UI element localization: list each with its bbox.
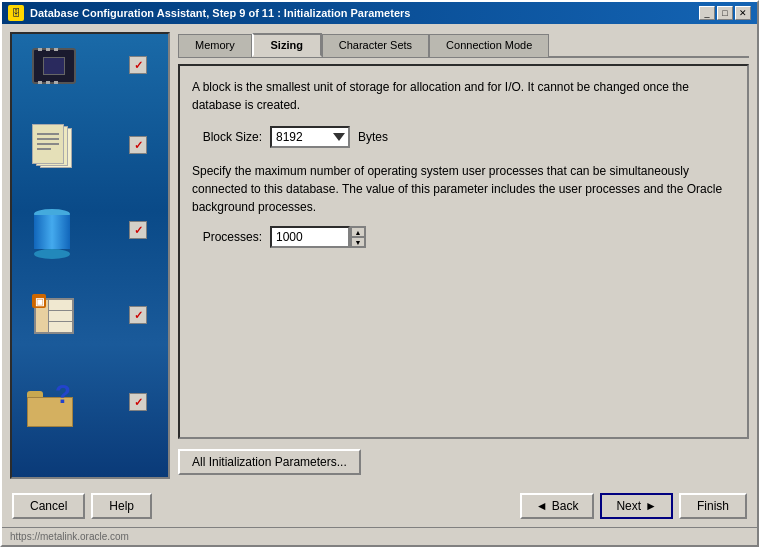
tabs-container: Memory Sizing Character Sets Connection … bbox=[178, 32, 749, 58]
back-arrow: ◄ bbox=[536, 499, 548, 513]
footer-right: ◄ Back Next ► Finish bbox=[520, 493, 747, 519]
status-bar: https://metalink.oracle.com bbox=[2, 527, 757, 545]
block-size-select[interactable]: 8192 4096 16384 32768 bbox=[270, 126, 350, 148]
processes-row: Processes: ▲ ▼ bbox=[192, 226, 735, 248]
back-button[interactable]: ◄ Back bbox=[520, 493, 595, 519]
check-4: ✓ bbox=[129, 306, 147, 324]
maximize-button[interactable]: □ bbox=[717, 6, 733, 20]
tab-sizing[interactable]: Sizing bbox=[252, 33, 322, 57]
next-arrow: ► bbox=[645, 499, 657, 513]
processes-spinner: ▲ ▼ bbox=[270, 226, 366, 248]
footer-left: Cancel Help bbox=[12, 493, 152, 519]
next-label: Next bbox=[616, 499, 641, 513]
window-title: Database Configuration Assistant, Step 9… bbox=[30, 7, 410, 19]
bytes-label: Bytes bbox=[358, 130, 388, 144]
spinner-buttons: ▲ ▼ bbox=[350, 226, 366, 248]
finish-button[interactable]: Finish bbox=[679, 493, 747, 519]
spinner-down[interactable]: ▼ bbox=[351, 237, 365, 247]
title-buttons: _ □ ✕ bbox=[699, 6, 751, 20]
content-area: ✓ ✓ bbox=[2, 24, 757, 487]
sidebar-item-2: ✓ bbox=[22, 124, 162, 184]
left-sidebar: ✓ ✓ bbox=[10, 32, 170, 479]
back-label: Back bbox=[552, 499, 579, 513]
title-bar-left: 🗄 Database Configuration Assistant, Step… bbox=[8, 5, 410, 21]
check-3: ✓ bbox=[129, 221, 147, 239]
main-window: 🗄 Database Configuration Assistant, Step… bbox=[0, 0, 759, 547]
main-content-area: A block is the smallest unit of storage … bbox=[178, 64, 749, 439]
spinner-up[interactable]: ▲ bbox=[351, 227, 365, 237]
minimize-button[interactable]: _ bbox=[699, 6, 715, 20]
right-panel: Memory Sizing Character Sets Connection … bbox=[178, 32, 749, 479]
close-button[interactable]: ✕ bbox=[735, 6, 751, 20]
all-init-params-button[interactable]: All Initialization Parameters... bbox=[178, 449, 361, 475]
sidebar-item-5: ? ✓ bbox=[22, 379, 162, 449]
block-size-label: Block Size: bbox=[192, 130, 262, 144]
next-button[interactable]: Next ► bbox=[600, 493, 673, 519]
sidebar-item-3: ✓ bbox=[22, 209, 162, 269]
title-bar: 🗄 Database Configuration Assistant, Step… bbox=[2, 2, 757, 24]
block-size-row: Block Size: 8192 4096 16384 32768 Bytes bbox=[192, 126, 735, 148]
app-icon: 🗄 bbox=[8, 5, 24, 21]
help-button[interactable]: Help bbox=[91, 493, 152, 519]
cancel-button[interactable]: Cancel bbox=[12, 493, 85, 519]
check-2: ✓ bbox=[129, 136, 147, 154]
tab-character-sets[interactable]: Character Sets bbox=[322, 34, 429, 58]
check-5: ✓ bbox=[129, 393, 147, 411]
tab-connection-mode[interactable]: Connection Mode bbox=[429, 34, 549, 58]
processes-label: Processes: bbox=[192, 230, 262, 244]
footer: Cancel Help ◄ Back Next ► Finish bbox=[2, 487, 757, 527]
processes-description: Specify the maximum number of operating … bbox=[192, 162, 735, 216]
check-1: ✓ bbox=[129, 56, 147, 74]
bottom-btn-area: All Initialization Parameters... bbox=[178, 445, 749, 479]
block-size-description: A block is the smallest unit of storage … bbox=[192, 78, 735, 114]
sidebar-item-1: ✓ bbox=[22, 44, 162, 104]
sidebar-item-4: ▣ ✓ bbox=[22, 294, 162, 354]
status-text: https://metalink.oracle.com bbox=[10, 531, 129, 542]
tab-memory[interactable]: Memory bbox=[178, 34, 252, 58]
processes-input[interactable] bbox=[270, 226, 350, 248]
